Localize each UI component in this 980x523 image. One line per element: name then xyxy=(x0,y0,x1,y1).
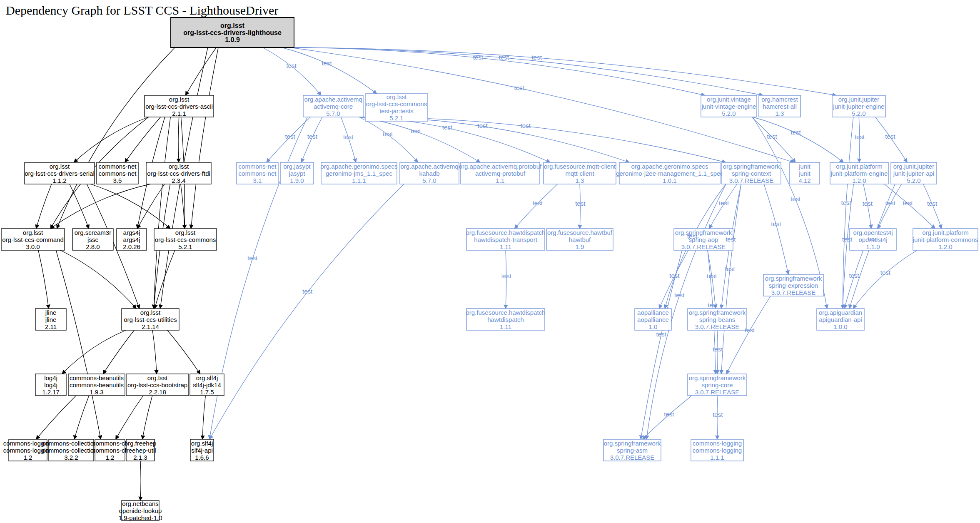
node-hawtdispatch-transport-line-1: hawtdispatch-transport xyxy=(474,236,538,243)
node-activemq-core: org.apache.activemqactivemq-core5.7.0 xyxy=(303,95,363,117)
node-platform-commons-line-2: 1.2.0 xyxy=(938,243,952,250)
node-activemq-protobuf-line-2: 1.1 xyxy=(496,177,505,184)
edge-serial-ccs-command xyxy=(36,184,52,229)
edge-label-lighthouse-jupiter-engine: test xyxy=(532,54,542,61)
node-spring-context-line-2: 3.0.7.RELEASE xyxy=(729,177,774,184)
edge-lighthouse-ccs-commons xyxy=(191,47,218,229)
node-ccs-utilities: org.lsstorg-lsst-ccs-utilities2.1.14 xyxy=(122,309,179,330)
node-commons-net-31: commons-netcommons-net3.1 xyxy=(237,162,278,184)
node-spring-expression-line-0: org.springframework xyxy=(765,275,822,282)
edge-ascii-serial xyxy=(74,117,149,162)
node-commons-net-31-line-0: commons-net xyxy=(239,163,277,170)
node-commons-collections-line-2: 3.2.2 xyxy=(64,454,78,461)
edge-ftdi-ccs-commons xyxy=(181,184,185,229)
node-kahadb: org.apache.activemqkahadb5.7.0 xyxy=(400,162,459,184)
edge-label-lighthouse-vintage-engine: test xyxy=(473,54,484,61)
edge-label-spring-context-spring-asm: test xyxy=(674,291,685,299)
node-geronimo-j2ee-line-2: 1.0.1 xyxy=(663,177,676,184)
edge-activemq-core-kahadb xyxy=(359,117,418,162)
edge-platform-commons-apiguardian xyxy=(853,250,917,309)
edge-spring-context-spring-core xyxy=(721,184,741,374)
edge-ccs-command-commons-cli xyxy=(56,250,101,439)
node-kahadb-line-2: 5.7.0 xyxy=(422,177,436,184)
node-ascii-line-0: org.lsst xyxy=(169,96,190,103)
node-ascii-line-2: 2.1.1 xyxy=(172,110,186,117)
node-ascii-line-1: org-lsst-ccs-drivers-ascii xyxy=(145,103,213,110)
node-hawtdispatch-line-0: org.fusesource.hawtdispatch xyxy=(466,309,546,316)
node-jupiter-api-line-1: junit-jupiter-api xyxy=(893,170,934,177)
node-hamcrest-all: org.hamcresthamcrest-all1.3 xyxy=(759,95,800,117)
node-ccs-utilities-line-2: 2.1.14 xyxy=(142,323,159,330)
node-mqtt-client-line-1: mqtt-client xyxy=(565,170,594,177)
node-activemq-protobuf-line-0: org.apache.activemq.protobuf xyxy=(459,163,542,170)
edge-commons-beanutils-commons-collections xyxy=(74,396,89,439)
edge-label-vintage-engine-junit: test xyxy=(767,133,777,140)
node-serial-line-2: 1.1.2 xyxy=(52,177,66,184)
node-geronimo-j2ee-line-1: geronimo-j2ee-management_1.1_spec xyxy=(616,170,723,177)
node-lighthouse-line-2: 1.0.9 xyxy=(225,36,240,43)
edge-label-vintage-engine-platform-engine: test xyxy=(791,129,801,136)
edge-opentest4j-apiguardian xyxy=(844,250,863,309)
node-ftdi-line-0: org.lsst xyxy=(169,163,189,170)
node-spring-beans-line-2: 3.0.7.RELEASE xyxy=(695,323,740,330)
node-commons-cli: commons-clicommons-cli1.2 xyxy=(92,439,127,461)
node-hawtdispatch-transport: org.fusesource.hawtdispatchhawtdispatch-… xyxy=(466,229,546,250)
node-hawtbuf-line-1: hawtbuf xyxy=(569,236,591,243)
node-activemq-core-line-1: activemq-core xyxy=(314,103,353,110)
edge-commons-beanutils-commons-logging-12 xyxy=(36,396,76,439)
node-jssc-line-2: 2.8.0 xyxy=(86,243,100,250)
node-openide-lookup-line-2: 1.9-patched-1.0 xyxy=(118,514,162,521)
node-ccs-commons-line-2: 5.2.1 xyxy=(178,243,192,250)
node-mqtt-client: org.fusesource.mqtt-clientmqtt-client1.3 xyxy=(544,162,616,184)
node-commons-beanutils-line-1: commons-beanutils xyxy=(70,381,124,389)
node-lighthouse: org.lsstorg-lsst-ccs-drivers-lighthouse1… xyxy=(171,17,294,47)
edge-spring-context-spring-expression xyxy=(764,184,788,274)
node-commons-beanutils-line-0: commons-beanutils xyxy=(70,374,124,381)
node-apiguardian: org.apiguardianapiguardian-api1.0.0 xyxy=(817,309,864,330)
node-commons-cli-line-2: 1.2 xyxy=(106,454,115,461)
node-ccs-commons-line-1: org-lsst-ccs-commons xyxy=(155,236,216,243)
node-commons-net-35-line-2: 3.5 xyxy=(113,177,122,184)
edge-label-spring-core-commons-logging-111: test xyxy=(713,411,723,418)
node-log4j: log4jlog4j1.2.17 xyxy=(35,374,66,396)
node-freehep-util: org.freehepfreehep-util2.1.3 xyxy=(125,439,157,461)
edge-label-activemq-core-geronimo-jms: test xyxy=(343,133,354,140)
node-args4j-line-1: args4j xyxy=(123,236,140,243)
edge-label-jupiter-api-platform-commons: test xyxy=(927,200,938,207)
edge-label-hawtdispatch-transport-hawtdispatch: test xyxy=(501,272,512,279)
node-slf4j-api-line-2: 1.6.6 xyxy=(195,454,209,461)
node-commons-net-35-line-0: commons-net xyxy=(99,163,137,170)
edge-lighthouse-ccs-commons-tests xyxy=(282,47,377,94)
edge-label-activemq-core-geronimo-j2ee: test xyxy=(478,122,488,129)
edge-label-lighthouse-hamcrest-all: test xyxy=(499,54,509,61)
node-apiguardian-line-2: 1.0.0 xyxy=(833,323,847,330)
node-freehep-util-line-2: 2.1.3 xyxy=(133,454,147,461)
edge-label-jupiter-api-apiguardian: test xyxy=(868,235,878,242)
node-commons-logging-111-line-2: 1.1.1 xyxy=(710,454,724,461)
edge-label-lighthouse-activemq-core: test xyxy=(286,62,297,69)
edge-label-jupiter-api-opentest4j: test xyxy=(885,199,896,207)
edge-label-spring-context-spring-beans: test xyxy=(726,236,736,243)
node-spring-expression-line-1: spring-expression xyxy=(769,282,818,289)
edge-ascii-ftdi xyxy=(178,117,179,162)
node-platform-engine: org.junit.platformjunit-platform-engine1… xyxy=(830,162,888,184)
edge-label-activemq-core-commons-net-31: test xyxy=(285,133,295,140)
edge-ccs-bootstrap-commons-cli xyxy=(116,396,143,439)
node-ccs-bootstrap-line-0: org.lsst xyxy=(147,374,168,381)
node-ftdi-line-2: 2.3.4 xyxy=(172,177,185,184)
edge-hawtdispatch-transport-hawtdispatch xyxy=(506,250,506,309)
edge-label-opentest4j-apiguardian: test xyxy=(849,272,859,279)
edge-label-platform-engine-apiguardian: test xyxy=(842,236,853,243)
edge-label-spring-core-spring-asm: test xyxy=(664,411,674,418)
edge-ccs-bootstrap-freehep-util xyxy=(142,396,152,439)
node-geronimo-j2ee-line-0: org.apache.geronimo.specs xyxy=(631,163,708,170)
edge-freehep-util-openide-lookup xyxy=(140,461,141,501)
edge-lighthouse-ccs-command xyxy=(57,47,175,229)
node-ccs-utilities-line-1: org-lsst-ccs-utilities xyxy=(124,316,177,323)
edge-label-activemq-core-slf4j-api: test xyxy=(247,254,258,262)
node-commons-collections-line-1: commons-collections xyxy=(42,447,100,454)
edge-label-lighthouse-junit: test xyxy=(514,84,525,91)
node-spring-expression-line-2: 3.0.7.RELEASE xyxy=(771,289,816,296)
edge-label-spring-aop-spring-core: test xyxy=(708,301,718,309)
edge-label-mqtt-client-hawtdispatch-transport: test xyxy=(533,199,543,207)
